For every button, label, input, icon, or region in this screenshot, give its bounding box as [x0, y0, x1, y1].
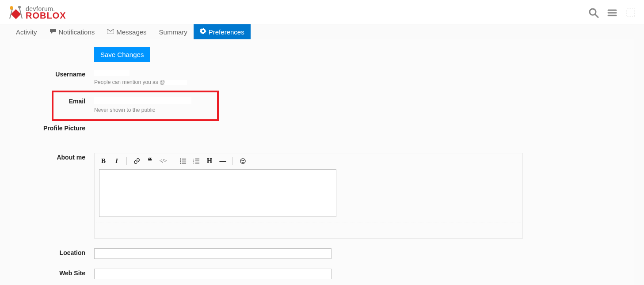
profile-picture-label: Profile Picture — [10, 125, 94, 132]
svg-rect-23 — [195, 163, 199, 163]
separator — [232, 157, 233, 165]
hamburger-menu-icon[interactable] — [607, 8, 617, 18]
heading-button[interactable]: H — [204, 156, 215, 166]
svg-point-25 — [242, 160, 242, 160]
bulleted-list-button[interactable] — [178, 156, 188, 166]
about-textarea[interactable] — [99, 169, 336, 217]
bold-button[interactable]: B — [98, 156, 109, 166]
logo-mark-icon — [8, 4, 24, 21]
email-highlight-box: Email Never shown to the public — [52, 91, 219, 121]
hr-button[interactable]: — — [217, 156, 228, 166]
about-label: About me — [10, 153, 94, 161]
svg-rect-21 — [195, 160, 199, 161]
website-label: Web Site — [10, 269, 94, 277]
svg-point-24 — [240, 158, 245, 163]
emoji-button[interactable] — [237, 156, 248, 166]
username-label: Username — [10, 70, 94, 78]
tab-preferences[interactable]: Preferences — [194, 24, 251, 39]
editor-drag-handle[interactable] — [96, 223, 521, 223]
location-label: Location — [10, 248, 94, 256]
logo-title: ROBLOX — [26, 11, 66, 19]
profile-tabs: Activity Notifications Messages Summary … — [0, 24, 644, 39]
email-hint: Never shown to the public — [94, 107, 217, 113]
tab-notifications[interactable]: Notifications — [43, 25, 101, 39]
svg-point-12 — [180, 158, 181, 159]
gear-icon — [200, 28, 206, 36]
svg-point-16 — [180, 162, 181, 163]
svg-rect-10 — [627, 9, 635, 17]
svg-rect-17 — [182, 163, 186, 163]
save-button[interactable]: Save Changes — [94, 47, 150, 62]
email-label: Email — [53, 97, 94, 105]
svg-rect-13 — [182, 159, 186, 160]
email-value — [94, 97, 191, 104]
separator — [173, 157, 173, 165]
svg-point-5 — [590, 9, 596, 15]
svg-point-26 — [243, 160, 244, 160]
website-input[interactable] — [94, 269, 332, 279]
italic-button[interactable]: I — [111, 156, 122, 166]
tab-messages[interactable]: Messages — [101, 25, 152, 39]
tab-summary[interactable]: Summary — [153, 25, 194, 39]
svg-text:3: 3 — [193, 162, 194, 164]
about-editor: B I ❝ </> 123 H — — [94, 153, 523, 239]
svg-rect-15 — [182, 160, 186, 161]
site-logo[interactable]: devforum. ROBLOX — [8, 4, 66, 21]
svg-rect-19 — [195, 158, 199, 159]
quote-button[interactable]: ❝ — [145, 156, 155, 166]
separator — [126, 157, 127, 165]
search-icon[interactable] — [588, 8, 599, 18]
code-button[interactable]: </> — [158, 156, 168, 166]
editor-toolbar: B I ❝ </> 123 H — — [95, 154, 522, 167]
preferences-panel: Save Changes Username People can mention… — [10, 39, 634, 285]
link-button[interactable] — [131, 156, 142, 166]
numbered-list-button[interactable]: 123 — [191, 156, 202, 166]
comment-icon — [50, 28, 57, 36]
top-bar: devforum. ROBLOX — [0, 0, 644, 24]
svg-line-6 — [595, 15, 598, 17]
tab-activity[interactable]: Activity — [10, 25, 43, 39]
svg-point-14 — [180, 160, 181, 161]
mention-hint: People can mention you as @ — [94, 79, 634, 85]
svg-rect-0 — [11, 9, 21, 19]
avatar-icon[interactable] — [625, 8, 636, 18]
location-input[interactable] — [94, 248, 332, 259]
username-value — [94, 70, 130, 76]
envelope-icon — [107, 28, 114, 35]
